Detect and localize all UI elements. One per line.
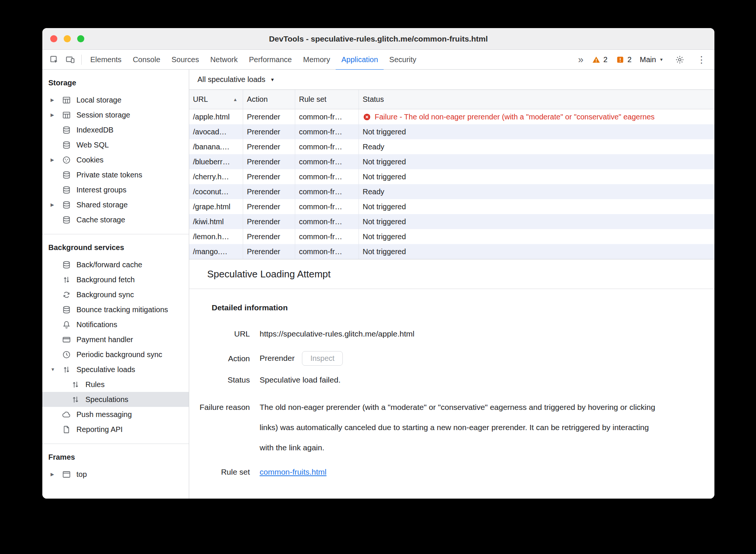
devtools-window: DevTools - speculative-rules.glitch.me/c… bbox=[42, 28, 714, 499]
sidebar-item-reporting-api[interactable]: Reporting API bbox=[42, 422, 189, 437]
cloud-icon bbox=[62, 410, 71, 419]
table-row[interactable]: /grape.html Prerender common-fr… Not tri… bbox=[189, 199, 714, 214]
table-row[interactable]: /mango.… Prerender common-fr… Not trigge… bbox=[189, 244, 714, 259]
tab-performance[interactable]: Performance bbox=[244, 49, 298, 70]
database-icon bbox=[62, 260, 71, 270]
storage-section-header: Storage bbox=[42, 79, 189, 92]
more-options-button[interactable]: ⋮ bbox=[696, 55, 707, 64]
speculative-loads-filter-dropdown[interactable]: All speculative loads bbox=[197, 75, 265, 84]
inspect-element-button[interactable] bbox=[46, 53, 62, 66]
window-controls bbox=[50, 35, 84, 42]
sidebar-item-web-sql[interactable]: Web SQL bbox=[42, 137, 189, 152]
sidebar-item-speculations[interactable]: Speculations bbox=[42, 392, 189, 407]
database-icon bbox=[62, 200, 71, 210]
expand-icon[interactable]: ▶ bbox=[51, 157, 62, 162]
sidebar-item-background-fetch[interactable]: Background fetch bbox=[42, 272, 189, 287]
clock-icon bbox=[62, 350, 71, 359]
desktop-background: DevTools - speculative-rules.glitch.me/c… bbox=[0, 0, 756, 554]
table-row[interactable]: /lemon.h… Prerender common-fr… Not trigg… bbox=[189, 229, 714, 244]
window-title: DevTools - speculative-rules.glitch.me/c… bbox=[269, 34, 488, 43]
more-tabs-button[interactable]: » bbox=[578, 55, 583, 64]
speculations-panel: All speculative loads ▼ URL ▲ Action Rul… bbox=[189, 70, 714, 499]
table-header-row: URL ▲ Action Rule set Status bbox=[189, 90, 714, 109]
sidebar-item-speculative-loads[interactable]: ▼ Speculative loads bbox=[42, 362, 189, 377]
sidebar-item-push-messaging[interactable]: Push messaging bbox=[42, 407, 189, 422]
toolbar-right-cluster: » 2 2 Main ▼ ⋮ bbox=[578, 53, 708, 66]
sort-ascending-icon: ▲ bbox=[233, 97, 239, 102]
sidebar-item-rules[interactable]: Rules bbox=[42, 377, 189, 392]
sidebar-item-back-forward-cache[interactable]: Back/forward cache bbox=[42, 257, 189, 272]
application-sidebar: Storage ▶ Local storage ▶ Session storag… bbox=[42, 70, 189, 499]
expand-icon[interactable]: ▶ bbox=[51, 97, 62, 103]
sidebar-item-background-sync[interactable]: Background sync bbox=[42, 287, 189, 302]
expand-icon[interactable]: ▶ bbox=[51, 202, 62, 207]
sidebar-item-payment-handler[interactable]: Payment handler bbox=[42, 332, 189, 347]
tab-network[interactable]: Network bbox=[205, 49, 243, 70]
detail-row-failure-reason: Failure reason The old non-eager prerend… bbox=[197, 397, 703, 458]
issues-counter[interactable]: 2 bbox=[616, 55, 632, 64]
tab-security[interactable]: Security bbox=[384, 49, 422, 70]
zoom-window-button[interactable] bbox=[77, 35, 84, 42]
main-context-label: Main bbox=[640, 55, 656, 64]
table-row[interactable]: /cherry.h… Prerender common-fr… Not trig… bbox=[189, 169, 714, 184]
detail-pane-title: Speculative Loading Attempt bbox=[207, 268, 331, 280]
chevron-down-icon[interactable]: ▼ bbox=[270, 77, 275, 82]
rule-set-link[interactable]: common-fruits.html bbox=[260, 468, 327, 476]
sidebar-item-indexeddb[interactable]: IndexedDB bbox=[42, 122, 189, 137]
payment-card-icon bbox=[62, 335, 71, 344]
sidebar-item-cookies[interactable]: ▶ Cookies bbox=[42, 152, 189, 167]
detail-row-status: Status Speculative load failed. bbox=[197, 375, 703, 384]
table-row[interactable]: /coconut… Prerender common-fr… Ready bbox=[189, 184, 714, 199]
sidebar-item-cache-storage[interactable]: Cache storage bbox=[42, 212, 189, 227]
inspect-button[interactable]: Inspect bbox=[302, 351, 342, 366]
table-row[interactable]: /avocad… Prerender common-fr… Not trigge… bbox=[189, 124, 714, 139]
devtools-content: Storage ▶ Local storage ▶ Session storag… bbox=[42, 70, 714, 499]
devtools-toolbar: Elements Console Sources Network Perform… bbox=[42, 50, 714, 70]
tab-application[interactable]: Application bbox=[336, 49, 384, 70]
sidebar-item-session-storage[interactable]: ▶ Session storage bbox=[42, 107, 189, 122]
sidebar-item-private-state-tokens[interactable]: Private state tokens bbox=[42, 167, 189, 182]
table-row[interactable]: /banana.… Prerender common-fr… Ready bbox=[189, 139, 714, 154]
document-icon bbox=[62, 425, 71, 434]
detail-pane-header: Speculative Loading Attempt bbox=[189, 259, 714, 289]
detail-row-action: Action PrerenderInspect bbox=[197, 351, 703, 366]
sidebar-item-interest-groups[interactable]: Interest groups bbox=[42, 182, 189, 197]
settings-button[interactable] bbox=[672, 53, 688, 66]
database-icon bbox=[62, 170, 71, 180]
sidebar-item-shared-storage[interactable]: ▶ Shared storage bbox=[42, 197, 189, 212]
tab-memory[interactable]: Memory bbox=[297, 49, 336, 70]
detail-failure-reason-value: The old non-eager prerender (with a "mod… bbox=[260, 397, 657, 458]
column-header-action[interactable]: Action bbox=[243, 90, 295, 109]
cookie-icon bbox=[62, 155, 71, 165]
table-icon bbox=[62, 95, 71, 105]
sidebar-item-top-frame[interactable]: ▶ top bbox=[42, 467, 189, 482]
sidebar-item-notifications[interactable]: Notifications bbox=[42, 317, 189, 332]
detail-pane: Detailed information URL https://specula… bbox=[189, 289, 714, 499]
tab-sources[interactable]: Sources bbox=[166, 49, 205, 70]
filter-bar: All speculative loads ▼ bbox=[189, 70, 714, 90]
table-row[interactable]: /blueberr… Prerender common-fr… Not trig… bbox=[189, 154, 714, 169]
column-header-status[interactable]: Status bbox=[359, 90, 714, 109]
issue-count: 2 bbox=[628, 55, 632, 64]
tab-elements[interactable]: Elements bbox=[85, 49, 127, 70]
detail-url-value: https://speculative-rules.glitch.me/appl… bbox=[260, 329, 414, 338]
warnings-counter[interactable]: 2 bbox=[592, 55, 608, 64]
device-toolbar-button[interactable] bbox=[62, 53, 78, 66]
sidebar-item-local-storage[interactable]: ▶ Local storage bbox=[42, 92, 189, 107]
warning-count: 2 bbox=[604, 55, 608, 64]
column-header-url[interactable]: URL ▲ bbox=[189, 90, 243, 109]
sidebar-item-periodic-background-sync[interactable]: Periodic background sync bbox=[42, 347, 189, 362]
collapse-icon[interactable]: ▼ bbox=[51, 367, 62, 372]
expand-icon[interactable]: ▶ bbox=[51, 472, 62, 477]
sidebar-item-bounce-tracking-mitigations[interactable]: Bounce tracking mitigations bbox=[42, 302, 189, 317]
column-header-rule-set[interactable]: Rule set bbox=[295, 90, 359, 109]
main-context-selector[interactable]: Main ▼ bbox=[640, 55, 663, 64]
expand-icon[interactable]: ▶ bbox=[51, 112, 62, 118]
database-icon bbox=[62, 140, 71, 150]
bell-icon bbox=[62, 320, 71, 329]
table-row[interactable]: /kiwi.html Prerender common-fr… Not trig… bbox=[189, 214, 714, 229]
tab-console[interactable]: Console bbox=[127, 49, 166, 70]
minimize-window-button[interactable] bbox=[64, 35, 71, 42]
table-row[interactable]: /apple.html Prerender common-fr… Failure… bbox=[189, 109, 714, 124]
close-window-button[interactable] bbox=[50, 35, 57, 42]
